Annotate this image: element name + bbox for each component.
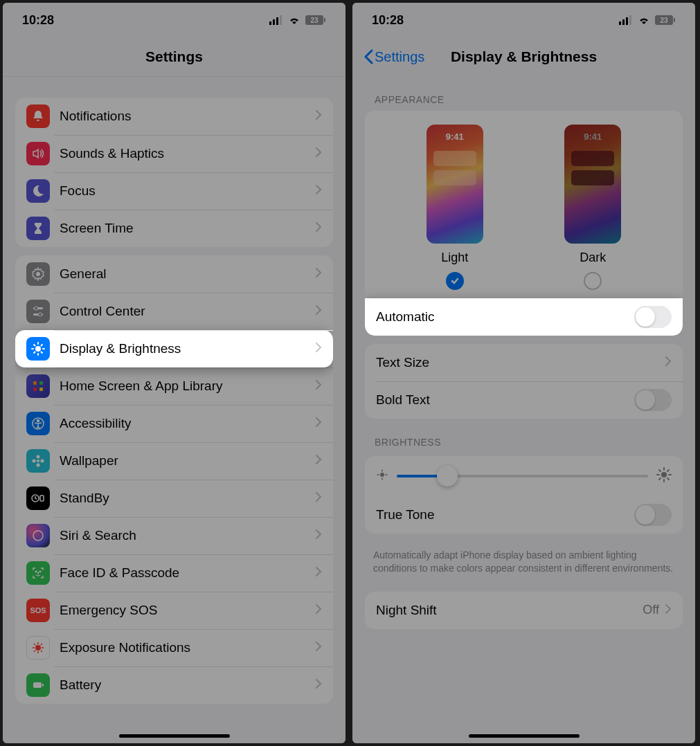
chevron-left-icon: [364, 49, 373, 64]
section-header-brightness: BRIGHTNESS: [352, 437, 695, 448]
back-button[interactable]: Settings: [364, 49, 424, 65]
wifi-icon: [637, 15, 651, 25]
row-siri-search[interactable]: Siri & Search: [15, 517, 333, 554]
row-battery[interactable]: Battery: [15, 666, 333, 704]
svg-rect-50: [626, 17, 628, 25]
grid-icon: [26, 374, 50, 398]
svg-text:23: 23: [310, 17, 318, 24]
status-bar: 10:28 23: [3, 3, 345, 37]
sliders-icon: [26, 300, 50, 323]
chevron-right-icon: [315, 678, 322, 692]
svg-line-44: [34, 651, 35, 652]
row-bold-text[interactable]: Bold Text: [365, 381, 683, 419]
light-preview-thumb: 9:41: [427, 125, 483, 244]
slider-knob[interactable]: [437, 466, 458, 486]
row-exposure-notifications[interactable]: Exposure Notifications: [15, 629, 333, 666]
row-label: Wallpaper: [60, 453, 315, 468]
row-label: Control Center: [60, 304, 315, 319]
chevron-right-icon: [315, 109, 322, 123]
text-group: Text Size Bold Text: [365, 344, 683, 419]
sun-small-icon: [376, 468, 388, 484]
bold-text-toggle[interactable]: [634, 389, 672, 411]
row-sounds-haptics[interactable]: Sounds & Haptics: [15, 135, 333, 172]
row-label: Face ID & Passcode: [60, 565, 315, 581]
row-display-brightness[interactable]: Display & Brightness: [15, 330, 333, 367]
battery-icon: [26, 673, 50, 697]
svg-rect-1: [273, 19, 275, 25]
row-control-center[interactable]: Control Center: [15, 293, 333, 330]
row-emergency-sos[interactable]: SOS Emergency SOS: [15, 592, 333, 629]
svg-point-7: [36, 272, 40, 276]
automatic-toggle[interactable]: [634, 306, 672, 328]
chevron-right-icon: [315, 221, 322, 235]
row-label: StandBy: [60, 491, 315, 506]
svg-point-34: [33, 531, 43, 540]
row-standby[interactable]: StandBy: [15, 480, 333, 517]
gear-icon: [26, 262, 50, 286]
faceid-icon: [26, 561, 50, 585]
row-label: Sounds & Haptics: [60, 146, 315, 161]
chevron-right-icon: [315, 603, 322, 617]
row-label: Display & Brightness: [60, 341, 315, 356]
nav-header: Settings Display & Brightness: [352, 37, 695, 76]
row-notifications[interactable]: Notifications: [15, 98, 333, 135]
svg-point-36: [39, 571, 41, 572]
row-label: Exposure Notifications: [60, 640, 315, 655]
svg-point-26: [37, 420, 39, 422]
row-screen-time[interactable]: Screen Time: [15, 210, 333, 247]
svg-rect-3: [280, 15, 282, 25]
svg-rect-21: [33, 381, 37, 385]
status-bar: 10:28 23: [352, 3, 695, 37]
row-automatic[interactable]: Automatic: [365, 298, 683, 336]
row-faceid-passcode[interactable]: Face ID & Passcode: [15, 554, 333, 592]
hourglass-icon: [26, 217, 50, 240]
svg-rect-53: [674, 18, 675, 22]
row-general[interactable]: General: [15, 255, 333, 293]
appearance-option-light[interactable]: 9:41 Light: [427, 125, 483, 290]
appearance-option-dark[interactable]: 9:41 Dark: [564, 125, 621, 290]
home-indicator[interactable]: [469, 734, 580, 738]
light-radio-selected[interactable]: [446, 272, 464, 290]
svg-point-31: [41, 460, 44, 463]
clock-icon: [26, 486, 50, 510]
row-true-tone[interactable]: True Tone: [365, 496, 683, 534]
chevron-right-icon: [315, 641, 322, 655]
row-text-size[interactable]: Text Size: [365, 344, 683, 381]
svg-rect-48: [619, 21, 621, 25]
status-indicators: 23: [619, 15, 676, 25]
svg-point-30: [33, 460, 36, 463]
preview-time: 9:41: [427, 131, 483, 142]
svg-point-29: [37, 464, 40, 467]
svg-point-28: [37, 455, 40, 459]
dark-label: Dark: [580, 251, 606, 265]
row-label: Siri & Search: [60, 528, 315, 543]
true-tone-footer: Automatically adapt iPhone display based…: [352, 542, 695, 575]
svg-rect-0: [269, 21, 271, 25]
svg-point-37: [35, 645, 41, 651]
appearance-previews: 9:41 Light 9:41 Dark: [365, 111, 683, 298]
home-indicator[interactable]: [119, 734, 230, 738]
brightness-slider[interactable]: [397, 475, 648, 477]
night-shift-label: Night Shift: [376, 603, 643, 618]
battery-icon: 23: [655, 15, 676, 25]
svg-point-10: [35, 307, 38, 310]
svg-point-27: [37, 460, 39, 462]
true-tone-toggle[interactable]: [634, 504, 672, 526]
display-brightness-screen: 10:28 23 Settings Display & Brightness A…: [352, 3, 695, 743]
svg-rect-46: [33, 682, 42, 688]
night-shift-group: Night Shift Off: [365, 592, 683, 629]
cellular-icon: [269, 15, 283, 25]
brightness-group: True Tone: [365, 456, 683, 534]
row-wallpaper[interactable]: Wallpaper: [15, 442, 333, 480]
svg-rect-23: [33, 388, 37, 391]
svg-point-60: [661, 472, 667, 477]
svg-line-45: [41, 644, 42, 645]
chevron-right-icon: [315, 342, 322, 356]
row-label: General: [60, 266, 315, 282]
dark-radio-unselected[interactable]: [584, 272, 602, 290]
row-accessibility[interactable]: Accessibility: [15, 405, 333, 442]
row-focus[interactable]: Focus: [15, 172, 333, 210]
row-night-shift[interactable]: Night Shift Off: [365, 592, 683, 629]
row-home-screen[interactable]: Home Screen & App Library: [15, 367, 333, 405]
checkmark-icon: [450, 276, 460, 286]
